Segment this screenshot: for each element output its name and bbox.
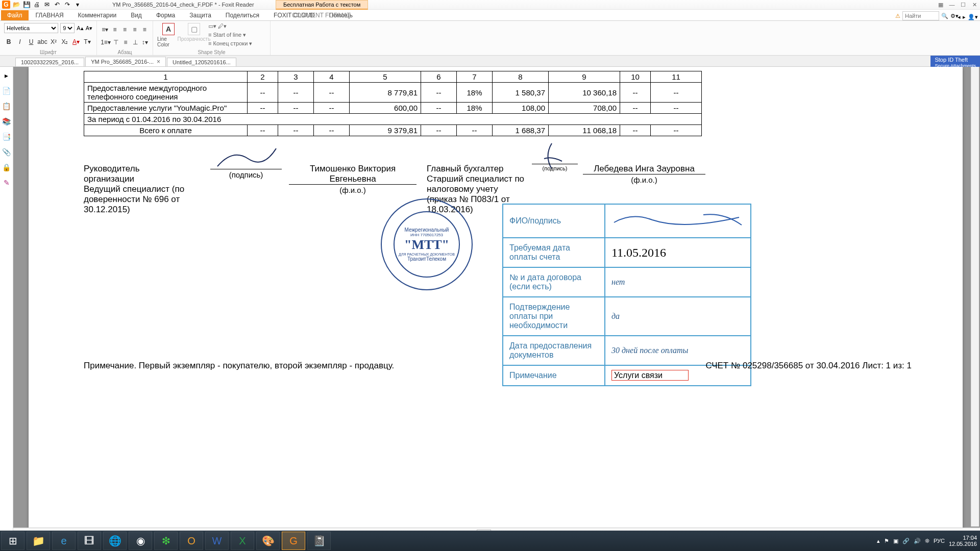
qat-mail-icon[interactable]: ✉ <box>43 1 51 9</box>
font-color-icon[interactable]: A▾ <box>71 37 81 46</box>
underline-icon[interactable]: U <box>27 37 36 46</box>
subscript-icon[interactable]: X₂ <box>60 37 69 46</box>
taskbar-word-icon[interactable]: W <box>205 532 229 550</box>
start-line-label[interactable]: ≡ Start of line ▾ <box>208 32 252 38</box>
close-tab-icon[interactable]: × <box>157 58 160 65</box>
qat-open-icon[interactable]: 📂 <box>12 1 20 9</box>
taskbar-media-icon[interactable]: 🎞 <box>78 532 101 550</box>
end-line-label[interactable]: ≡ Конец строки ▾ <box>208 40 252 47</box>
maximize-icon[interactable]: ☐ <box>960 1 967 8</box>
taskbar-notes-icon[interactable]: 📓 <box>307 532 331 550</box>
table-row: Всего к оплате------9 379,81----1 688,37… <box>84 125 702 136</box>
th-11: 11 <box>651 71 702 83</box>
taskbar-explorer-icon[interactable]: 📁 <box>27 532 50 550</box>
tray-flag-icon[interactable]: ⚑ <box>884 538 889 544</box>
line-color-button[interactable]: ALine Color <box>157 23 180 47</box>
taskbar-globe-icon[interactable]: 🌐 <box>103 532 127 550</box>
search-warn-icon[interactable]: ⚠ <box>895 13 900 19</box>
qat-more-icon[interactable]: ▾ <box>74 1 82 9</box>
left-name: Тимошенко Виктория Евгеньевна (ф.и.о.) <box>289 164 416 194</box>
sidebar-lock-icon[interactable]: 🔒 <box>2 163 11 172</box>
tab-share[interactable]: Поделиться <box>218 10 266 20</box>
doctab-1[interactable]: 100203322925_2016... <box>15 58 84 66</box>
line-spacing-icon[interactable]: ↕▾ <box>141 38 149 47</box>
footer-right: СЧЕТ № 025298/356685 от 30.04.2016 Лист:… <box>705 361 912 371</box>
note-textbox[interactable]: Услуги связи <box>611 370 689 381</box>
sidebar-layers-icon[interactable]: 📑 <box>2 132 11 141</box>
search-icon[interactable]: 🔍 <box>941 13 948 19</box>
bold-icon[interactable]: B <box>4 37 13 46</box>
nav-prev-icon[interactable]: ◂ <box>958 14 961 20</box>
taskbar-foxit-icon[interactable]: G <box>282 532 305 550</box>
qat-print-icon[interactable]: 🖨 <box>33 1 41 9</box>
table-row: За период с 01.04.2016 по 30.04.2016 <box>84 114 702 125</box>
titlebar: G 📂 💾 🖨 ✉ ↶ ↷ ▾ YM Pro_356685_2016-04_ch… <box>0 0 980 10</box>
sidebar-page-icon[interactable]: 📄 <box>2 86 11 95</box>
valign-mid-icon[interactable]: ≡ <box>122 38 130 47</box>
taskbar-excel-icon[interactable]: X <box>231 532 254 550</box>
tab-protect[interactable]: Защита <box>182 10 218 20</box>
align-center-icon[interactable]: ≡ <box>121 25 129 34</box>
taskbar-paint-icon[interactable]: 🎨 <box>256 532 280 550</box>
tab-view[interactable]: Вид <box>124 10 149 20</box>
font-size-select[interactable]: 9 <box>60 23 75 33</box>
file-tab[interactable]: Файл <box>1 10 29 20</box>
text-case-icon[interactable]: T▾ <box>83 37 92 46</box>
tray-clock[interactable]: 17:0412.05.2016 <box>949 535 977 547</box>
valign-top-icon[interactable]: ⊤ <box>112 38 120 47</box>
tray-sync-icon[interactable]: ❊ <box>925 538 929 544</box>
sidebar-attach-icon[interactable]: 📎 <box>2 147 11 157</box>
search-input[interactable] <box>902 11 939 20</box>
doctab-2[interactable]: YM Pro_356685_2016-...× <box>85 57 166 66</box>
valign-bot-icon[interactable]: ⊥ <box>132 38 139 47</box>
tab-comments[interactable]: Комментарии <box>71 10 124 20</box>
tray-up-icon[interactable]: ▴ <box>877 538 880 544</box>
align-left-icon[interactable]: ≡ <box>111 25 118 34</box>
nav-next-icon[interactable]: ▸ <box>963 14 966 20</box>
grow-font-icon[interactable]: A▴ <box>77 25 83 32</box>
tab-home[interactable]: ГЛАВНАЯ <box>29 10 71 20</box>
sidebar-books-icon[interactable]: 📚 <box>2 117 11 126</box>
shrink-font-icon[interactable]: A▾ <box>86 25 92 32</box>
document-area[interactable]: 1 2 3 4 5 6 7 8 9 10 11 Предоставление м… <box>13 67 980 539</box>
taskbar-chrome-icon[interactable]: ◉ <box>129 532 152 550</box>
ribbon-tabs: Файл ГЛАВНАЯ Комментарии Вид Форма Защит… <box>0 10 980 21</box>
taskbar-app-icon[interactable]: ❇ <box>154 532 178 550</box>
vertical-scrollbar[interactable] <box>971 67 979 527</box>
tray-app-icon[interactable]: ▣ <box>893 538 898 544</box>
tray-network-icon[interactable]: 🔗 <box>902 538 910 544</box>
line-ends-icon[interactable]: ▭▾ 🖊▾ <box>208 23 252 30</box>
bullets-icon[interactable]: ≡▾ <box>101 25 109 34</box>
user-icon[interactable]: 👤▾ <box>968 14 978 20</box>
approval-sign-icon <box>611 210 744 230</box>
taskbar-outlook-icon[interactable]: O <box>180 532 203 550</box>
tray-volume-icon[interactable]: 🔊 <box>914 538 921 544</box>
left-sidebar: ▸ 📄 📋 📚 📑 📎 🔒 ✎ <box>0 67 13 539</box>
qat-redo-icon[interactable]: ↷ <box>63 1 71 9</box>
font-family-select[interactable]: Helvetica <box>4 23 58 33</box>
strike-icon[interactable]: abc <box>38 37 47 46</box>
taskbar-ie-icon[interactable]: e <box>52 532 76 550</box>
tab-form[interactable]: Форма <box>149 10 182 20</box>
qat-undo-icon[interactable]: ↶ <box>53 1 61 9</box>
qat-save-icon[interactable]: 💾 <box>22 1 31 9</box>
doctab-3[interactable]: Untitled_1205201616... <box>167 58 236 66</box>
th-2: 2 <box>248 71 278 83</box>
sidebar-expand-icon[interactable]: ▸ <box>2 71 11 80</box>
minimize-icon[interactable]: — <box>948 1 955 8</box>
freeware-banner[interactable]: Бесплатная Работа с текстом <box>276 0 368 10</box>
sidebar-sign-icon[interactable]: ✎ <box>2 178 11 187</box>
superscript-icon[interactable]: X² <box>49 37 58 46</box>
sig-label-right: (подпись) <box>532 164 578 171</box>
italic-icon[interactable]: I <box>15 37 24 46</box>
align-right-icon[interactable]: ≡ <box>131 25 138 34</box>
start-button[interactable]: ⊞ <box>1 532 24 550</box>
numbering-icon[interactable]: 1≡▾ <box>101 38 110 47</box>
win-grid-icon[interactable]: ▦ <box>937 1 944 8</box>
sidebar-clipboard-icon[interactable]: 📋 <box>2 102 11 111</box>
close-icon[interactable]: ✕ <box>971 1 978 8</box>
th-4: 4 <box>314 71 350 83</box>
tab-comment-format[interactable]: COMMENT FORMAT <box>285 10 358 20</box>
tray-lang[interactable]: РУС <box>934 538 945 544</box>
align-justify-icon[interactable]: ≡ <box>141 25 149 34</box>
